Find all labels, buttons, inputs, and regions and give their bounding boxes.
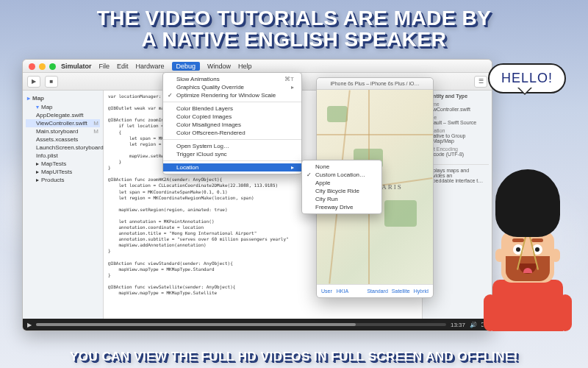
panel-toggle[interactable]: ☰ [474, 76, 487, 88]
menubar[interactable]: Simulator File Edit Hardware Debug Windo… [23, 60, 492, 73]
progress-bar[interactable] [36, 323, 446, 326]
hkia-btn[interactable]: HKIA [337, 289, 348, 294]
nav-assets[interactable]: Assets.xcassets [26, 135, 100, 144]
mi-color-offscreen[interactable]: Color Offscreen-Rendered [163, 129, 301, 137]
loc-custom[interactable]: Custom Location… [302, 171, 381, 179]
location-submenu[interactable]: None Custom Location… Apple City Bicycle… [301, 160, 382, 214]
sim-title: iPhone 6s Plus – iPhone 6s Plus / iO… [317, 78, 433, 90]
std-btn[interactable]: Standard [367, 289, 387, 294]
nav-launchscreen[interactable]: LaunchScreen.storyboard [26, 144, 100, 152]
speech-bubble: HELLO! [488, 63, 566, 93]
play-icon[interactable]: ▶ [27, 322, 32, 328]
mi-color-copied[interactable]: Color Copied Images [163, 113, 301, 121]
folder-icon: ▾ [36, 104, 39, 110]
window-traffic-lights[interactable] [29, 63, 56, 70]
menu-file[interactable]: File [99, 63, 110, 70]
guard-illustration [476, 162, 579, 331]
folder-icon: ▸ [27, 95, 30, 102]
sat-btn[interactable]: Satellite [392, 289, 410, 294]
sim-bottom-bar: User HKIA Standard Satellite Hybrid [317, 284, 433, 297]
menu-debug[interactable]: Debug [172, 62, 201, 71]
loc-bike[interactable]: City Bicycle Ride [302, 187, 381, 195]
mi-location[interactable]: Location [163, 163, 301, 171]
nav-infoplist[interactable]: Info.plist [26, 152, 100, 160]
loc-run[interactable]: City Run [302, 195, 381, 203]
debug-menu-popup[interactable]: Slow Animations⌘T Graphics Quality Overr… [162, 72, 302, 174]
nav-viewcontroller[interactable]: ViewController.swiftM [26, 119, 100, 127]
loc-freeway[interactable]: Freeway Drive [302, 203, 381, 211]
nav-main-storyboard[interactable]: Main.storyboardM [26, 127, 100, 135]
menu-edit[interactable]: Edit [117, 63, 129, 70]
app-name: Simulator [61, 63, 92, 70]
video-player-bar[interactable]: ▶ 13:37 🔊 ⛶ [23, 319, 492, 330]
mi-optimize-rendering[interactable]: Optimize Rendering for Window Scale [163, 91, 301, 99]
loc-none[interactable]: None [302, 163, 381, 171]
nav-mapuitests[interactable]: ▸ MapUITests [26, 168, 100, 176]
menu-help[interactable]: Help [238, 63, 252, 70]
mi-open-syslog[interactable]: Open System Log… [163, 142, 301, 150]
nav-appdelegate[interactable]: AppDelegate.swift [26, 111, 100, 119]
hyb-btn[interactable]: Hybrid [414, 289, 429, 294]
nav-products[interactable]: ▸ Products [26, 176, 100, 184]
mi-gqo[interactable]: Graphics Quality Override▸ [163, 83, 301, 91]
time-label: 13:37 [451, 322, 465, 328]
stop-button[interactable]: ■ [45, 76, 58, 88]
mi-trigger-icloud[interactable]: Trigger iCloud sync [163, 150, 301, 158]
hero-headline: THE VIDEO TUTORIALS ARE MADE BY A NATIVE… [0, 7, 588, 51]
run-button[interactable]: ▶ [27, 76, 40, 88]
hero-footer: YOU CAN VIEW THE FULL HD VIDEOS IN FULL … [0, 350, 588, 364]
mi-color-blended[interactable]: Color Blended Layers [163, 105, 301, 113]
menu-window[interactable]: Window [207, 63, 231, 70]
menu-hardware[interactable]: Hardware [136, 63, 165, 70]
project-navigator[interactable]: ▸Map ▾Map AppDelegate.swift ViewControll… [23, 91, 104, 319]
user-btn[interactable]: User [321, 289, 332, 294]
nav-maptests[interactable]: ▸ MapTests [26, 160, 100, 168]
mi-slow-animations[interactable]: Slow Animations⌘T [163, 75, 301, 83]
loc-apple[interactable]: Apple [302, 179, 381, 187]
mi-color-misaligned[interactable]: Color Misaligned Images [163, 121, 301, 129]
